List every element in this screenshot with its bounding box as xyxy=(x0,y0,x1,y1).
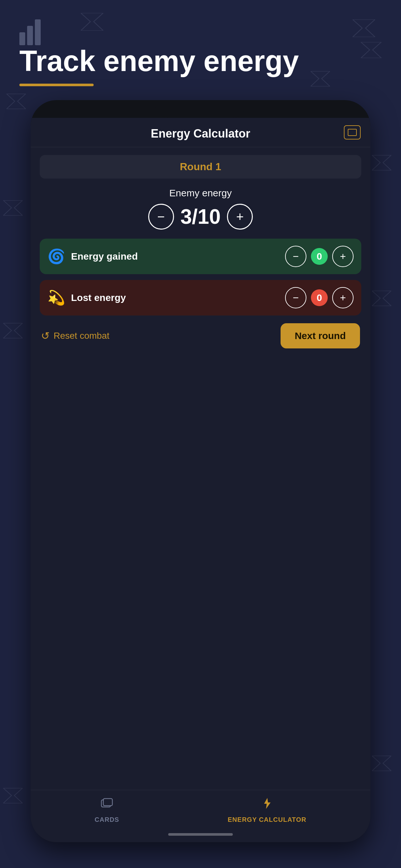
svg-marker-8 xyxy=(3,323,23,338)
header-section: Track enemy energy xyxy=(19,26,382,86)
energy-gained-value: 0 xyxy=(317,251,322,262)
enemy-energy-decrease-button[interactable]: − xyxy=(148,204,174,229)
minus-icon: − xyxy=(157,210,165,223)
round-text: Round 1 xyxy=(180,161,221,173)
energy-gained-icon: 🌀 xyxy=(48,248,65,265)
enemy-energy-label: Enemy energy xyxy=(40,188,361,198)
reset-icon: ↺ xyxy=(41,330,50,342)
deco-shape-6 xyxy=(372,155,391,170)
svg-rect-12 xyxy=(103,799,112,806)
lost-energy-row: 💫 Lost energy − 0 + xyxy=(40,280,361,315)
bottom-nav: CARDS ENERGY CALCULATOR xyxy=(31,790,370,833)
energy-gained-label: Energy gained xyxy=(71,251,285,262)
deco-shape-10 xyxy=(372,755,391,771)
screen-icon xyxy=(348,129,357,136)
app-title: Energy Calculator xyxy=(151,127,250,141)
phone-notch xyxy=(155,100,246,118)
home-indicator xyxy=(168,833,233,836)
lost-energy-badge: 0 xyxy=(311,289,328,306)
lost-energy-controls: − 0 + xyxy=(285,287,353,308)
plus-icon: + xyxy=(236,210,244,223)
lost-energy-label: Lost energy xyxy=(71,292,285,303)
app-main: Round 1 Enemy energy − 3/10 + 🌀 Ene xyxy=(31,147,370,476)
energy-calculator-icon xyxy=(260,797,274,813)
action-row: ↺ Reset combat Next round xyxy=(40,323,361,348)
svg-marker-10 xyxy=(3,788,23,803)
nav-item-energy-calculator[interactable]: ENERGY CALCULATOR xyxy=(227,797,306,824)
energy-counter: − 3/10 + xyxy=(40,204,361,229)
svg-marker-6 xyxy=(3,200,23,215)
energy-gained-row: 🌀 Energy gained − 0 + xyxy=(40,239,361,274)
minus-icon: − xyxy=(293,292,299,303)
deco-shape-5 xyxy=(6,94,26,109)
cards-icon xyxy=(100,797,114,813)
enemy-energy-increase-button[interactable]: + xyxy=(227,204,253,229)
lost-energy-increase-button[interactable]: + xyxy=(332,287,353,308)
round-label-container: Round 1 xyxy=(40,155,361,179)
svg-marker-4 xyxy=(6,94,26,109)
reset-label: Reset combat xyxy=(54,331,110,341)
svg-marker-5 xyxy=(372,155,391,170)
deco-shape-11 xyxy=(3,788,23,803)
energy-calculator-nav-label: ENERGY CALCULATOR xyxy=(227,816,306,824)
minus-icon: − xyxy=(293,251,299,261)
lost-energy-icon: 💫 xyxy=(48,289,65,306)
content-spacer xyxy=(31,476,370,790)
nav-item-cards[interactable]: CARDS xyxy=(95,797,119,824)
energy-gained-increase-button[interactable]: + xyxy=(332,246,353,267)
energy-gained-decrease-button[interactable]: − xyxy=(285,246,306,267)
energy-gained-badge: 0 xyxy=(311,248,328,265)
screen-toggle-button[interactable] xyxy=(344,125,361,140)
phone-mockup: Energy Calculator Round 1 Enemy energy −… xyxy=(31,100,370,842)
enemy-energy-value: 3/10 xyxy=(181,205,221,228)
energy-gained-controls: − 0 + xyxy=(285,246,353,267)
svg-marker-9 xyxy=(372,755,391,771)
deco-shape-8 xyxy=(372,290,391,306)
page-title: Track enemy energy xyxy=(19,45,382,77)
deco-shape-7 xyxy=(3,200,23,216)
plus-icon: + xyxy=(340,251,346,261)
cards-nav-label: CARDS xyxy=(95,816,119,824)
title-underline xyxy=(19,84,94,86)
reset-combat-button[interactable]: ↺ Reset combat xyxy=(41,330,110,342)
enemy-energy-section: Enemy energy − 3/10 + xyxy=(40,188,361,229)
next-round-button[interactable]: Next round xyxy=(281,323,360,348)
lost-energy-decrease-button[interactable]: − xyxy=(285,287,306,308)
lost-energy-value: 0 xyxy=(317,292,322,303)
deco-shape-9 xyxy=(3,323,23,338)
plus-icon: + xyxy=(340,292,346,303)
svg-marker-7 xyxy=(372,290,391,306)
phone-content: Energy Calculator Round 1 Enemy energy −… xyxy=(31,118,370,842)
next-round-label: Next round xyxy=(295,330,346,341)
app-header: Energy Calculator xyxy=(31,118,370,147)
